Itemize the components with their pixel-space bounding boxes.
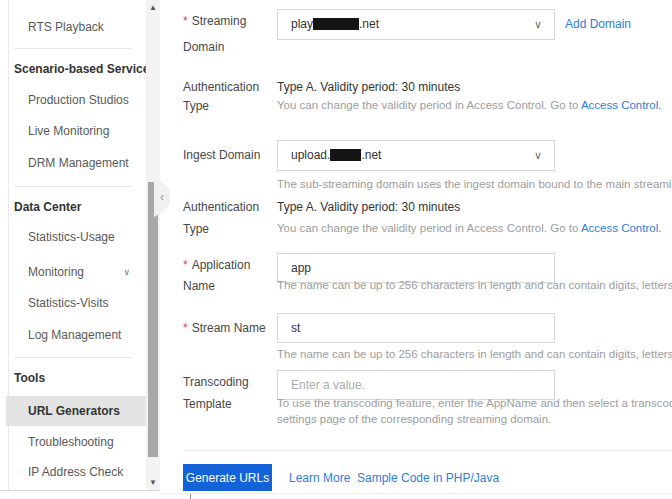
authentication-type-helper: You can change the validity period in Ac… [277, 98, 661, 113]
stream-name-label: *Stream Name [183, 320, 266, 336]
url-generators-page: RTS Playback Scenario-based Services Pro… [0, 0, 672, 499]
sidebar-item-production-studios[interactable]: Production Studios [0, 88, 146, 112]
scrollbar-tick [190, 494, 191, 499]
application-name-helper: The name can be up to 256 characters in … [277, 278, 672, 293]
sidebar-scrollbar-thumb[interactable] [148, 182, 158, 457]
ingest-domain-select[interactable]: upload..net ∨ [277, 140, 555, 171]
sample-code-link[interactable]: Sample Code in PHP/Java [357, 471, 499, 485]
content-bottom-border [160, 493, 672, 494]
learn-more-link[interactable]: Learn More [289, 471, 350, 485]
sidebar-item-live-monitoring[interactable]: Live Monitoring [0, 119, 146, 143]
required-marker: * [183, 258, 188, 272]
sidebar-item-troubleshooting[interactable]: Troubleshooting [0, 430, 146, 454]
stream-name-helper: The name can be up to 256 characters in … [277, 347, 672, 362]
chevron-down-icon: ∨ [123, 260, 130, 284]
redacted-text [330, 149, 361, 161]
authentication-type-value: Type A. Validity period: 30 minutes [277, 199, 460, 215]
authentication-type-value: Type A. Validity period: 30 minutes [277, 79, 460, 95]
sidebar-item-label: Monitoring [28, 265, 84, 279]
sidebar-divider [14, 357, 132, 358]
streaming-domain-value-prefix: play [291, 17, 313, 31]
sidebar-bottom-border [0, 490, 160, 491]
sidebar-item-drm-management[interactable]: DRM Management [0, 151, 146, 175]
streaming-domain-value-suffix: .net [359, 17, 379, 31]
authentication-type-helper: You can change the validity period in Ac… [277, 221, 661, 236]
scroll-down-icon[interactable]: ▼ [146, 477, 160, 489]
streaming-domain-label-line2: Domain [183, 39, 224, 55]
ingest-domain-value-prefix: upload. [291, 148, 330, 162]
ingest-domain-value-suffix: .net [361, 148, 381, 162]
generate-urls-button[interactable]: Generate URLs [183, 464, 272, 491]
sidebar-divider [14, 48, 132, 49]
required-marker: * [183, 321, 188, 335]
authentication-type-label: Authentication [183, 79, 259, 95]
sidebar-item-rts-playback[interactable]: RTS Playback [0, 15, 146, 39]
sidebar-item-url-generators[interactable]: URL Generators [6, 396, 146, 426]
transcoding-template-label: Transcoding [183, 374, 249, 390]
required-marker: * [183, 14, 188, 28]
transcoding-template-label-line2: Template [183, 396, 232, 412]
authentication-type-label-line2: Type [183, 98, 209, 114]
sidebar-item-monitoring[interactable]: Monitoring ∨ [0, 260, 146, 284]
form-divider [184, 450, 672, 451]
sidebar-header-data-center: Data Center [0, 195, 146, 219]
sidebar-divider [14, 186, 132, 187]
authentication-type-label: Authentication [183, 199, 259, 215]
sidebar-header-tools: Tools [0, 366, 146, 390]
application-name-label: *Application [183, 257, 250, 273]
sidebar-item-ip-address-check[interactable]: IP Address Check [0, 460, 146, 484]
sidebar-header-scenario-based-services: Scenario-based Services [0, 57, 146, 81]
redacted-text [313, 18, 359, 30]
sidebar-item-statistics-visits[interactable]: Statistics-Visits [0, 291, 146, 315]
streaming-domain-select[interactable]: play.net ∨ [277, 9, 555, 40]
access-control-link[interactable]: Access Control. [581, 99, 662, 111]
transcoding-template-helper-line1: To use the transcoding feature, enter th… [277, 396, 672, 411]
add-domain-link[interactable]: Add Domain [565, 16, 631, 32]
streaming-domain-label: *Streaming [183, 13, 246, 29]
authentication-type-label-line2: Type [183, 221, 209, 237]
access-control-link[interactable]: Access Control. [581, 222, 662, 234]
sidebar-collapse-button[interactable]: ‹ [154, 177, 170, 217]
scroll-up-icon[interactable]: ▲ [146, 2, 160, 14]
transcoding-template-helper-line2: settings page of the corresponding strea… [277, 412, 551, 427]
application-name-label-line2: Name [183, 278, 215, 294]
chevron-down-icon: ∨ [534, 141, 542, 170]
sidebar-item-log-management[interactable]: Log Management [0, 323, 146, 347]
ingest-domain-helper: The sub-streaming domain uses the ingest… [277, 177, 672, 192]
chevron-down-icon: ∨ [534, 10, 542, 39]
sidebar-item-statistics-usage[interactable]: Statistics-Usage [0, 225, 146, 249]
ingest-domain-label: Ingest Domain [183, 147, 260, 163]
stream-name-input[interactable] [277, 313, 555, 343]
sidebar: RTS Playback Scenario-based Services Pro… [0, 0, 160, 490]
